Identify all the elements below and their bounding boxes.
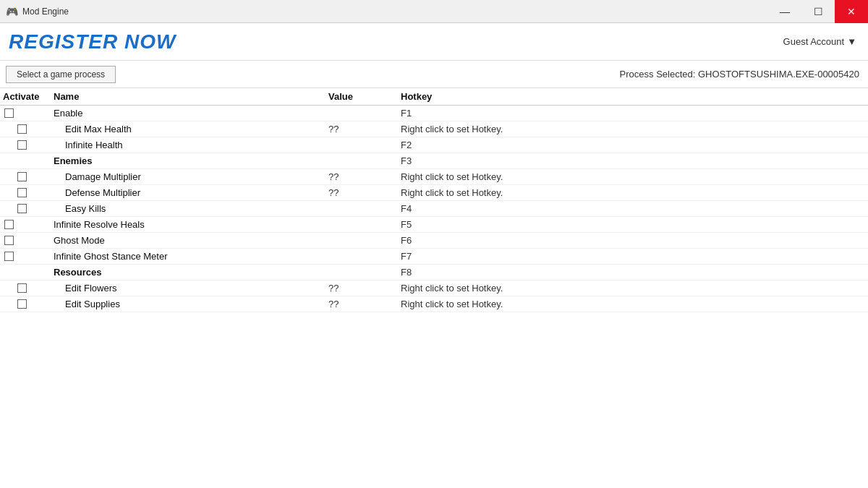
name-cell: Infinite Resolve Heals — [54, 219, 328, 230]
checkbox[interactable] — [4, 108, 14, 118]
name-cell: Ghost Mode — [54, 235, 328, 246]
top-bar: REGISTER NOW Guest Account ▼ — [0, 23, 868, 61]
activate-cell — [3, 252, 54, 261]
table-row: Ghost ModeF6 — [0, 233, 868, 249]
process-bar: Select a game process Process Selected: … — [0, 61, 868, 88]
table-row: Infinite Ghost Stance MeterF7 — [0, 249, 868, 265]
checkbox[interactable] — [17, 172, 27, 181]
activate-cell — [3, 140, 54, 150]
register-now[interactable]: REGISTER NOW — [9, 30, 176, 53]
name-cell: Enemies — [54, 155, 328, 166]
hotkey-cell: F3 — [401, 155, 868, 166]
window-icon: 🎮 — [6, 6, 18, 17]
close-button[interactable]: ✕ — [835, 0, 868, 23]
table-row: Edit Supplies??Right click to set Hotkey… — [0, 296, 868, 312]
value-cell: ?? — [328, 171, 401, 182]
hotkey-cell: F7 — [401, 251, 868, 262]
hotkey-cell: F6 — [401, 235, 868, 246]
window-title: Mod Engine — [22, 7, 69, 17]
activate-cell — [3, 283, 54, 293]
select-process-button[interactable]: Select a game process — [6, 66, 116, 83]
minimize-button[interactable]: — — [768, 0, 801, 23]
activate-cell — [3, 108, 54, 118]
checkbox[interactable] — [17, 204, 27, 213]
header-name: Name — [54, 91, 328, 102]
value-cell: ?? — [328, 283, 401, 294]
table-row: Defense Multiplier??Right click to set H… — [0, 185, 868, 201]
name-cell: Edit Supplies — [54, 299, 328, 309]
header-activate: Activate — [3, 91, 54, 102]
table-row: Edit Max Health??Right click to set Hotk… — [0, 121, 868, 137]
name-cell: Defense Multiplier — [54, 187, 328, 198]
hotkey-cell: F4 — [401, 203, 868, 214]
name-cell: Resources — [54, 267, 328, 278]
name-cell: Easy Kills — [54, 203, 328, 214]
guest-account[interactable]: Guest Account ▼ — [783, 36, 856, 47]
table-row: EnableF1 — [0, 106, 868, 121]
title-bar: 🎮 Mod Engine — ☐ ✕ — [0, 0, 868, 23]
window-controls: — ☐ ✕ — [768, 0, 868, 23]
checkbox[interactable] — [17, 188, 27, 197]
title-bar-left: 🎮 Mod Engine — [6, 6, 69, 17]
table-row: Infinite HealthF2 — [0, 137, 868, 153]
checkbox[interactable] — [4, 252, 14, 261]
hotkey-cell: F5 — [401, 219, 868, 230]
activate-cell — [3, 299, 54, 309]
checkbox[interactable] — [17, 283, 27, 293]
activate-cell — [3, 236, 54, 245]
header-hotkey: Hotkey — [401, 91, 868, 102]
activate-cell — [3, 124, 54, 134]
checkbox[interactable] — [4, 220, 14, 229]
header-value: Value — [328, 91, 401, 102]
hotkey-cell: F8 — [401, 267, 868, 278]
name-cell: Edit Flowers — [54, 283, 328, 294]
checkbox[interactable] — [4, 236, 14, 245]
checkbox[interactable] — [17, 124, 27, 134]
value-cell: ?? — [328, 124, 401, 134]
name-cell: Infinite Health — [54, 140, 328, 150]
value-cell: ?? — [328, 299, 401, 309]
activate-cell — [3, 172, 54, 181]
table-header: Activate Name Value Hotkey — [0, 88, 868, 106]
name-cell: Enable — [54, 108, 328, 119]
table-body: EnableF1Edit Max Health??Right click to … — [0, 106, 868, 312]
activate-cell — [3, 188, 54, 197]
name-cell: Edit Max Health — [54, 124, 328, 134]
hotkey-cell: F2 — [401, 140, 868, 150]
hotkey-cell[interactable]: Right click to set Hotkey. — [401, 187, 868, 198]
table-row: EnemiesF3 — [0, 153, 868, 169]
hotkey-cell[interactable]: Right click to set Hotkey. — [401, 283, 868, 294]
table-row: Damage Multiplier??Right click to set Ho… — [0, 169, 868, 185]
checkbox[interactable] — [17, 140, 27, 150]
dropdown-icon: ▼ — [847, 36, 856, 47]
main-content[interactable]: Activate Name Value Hotkey EnableF1Edit … — [0, 88, 868, 488]
hotkey-cell[interactable]: Right click to set Hotkey. — [401, 171, 868, 182]
table-row: ResourcesF8 — [0, 265, 868, 281]
hotkey-cell: F1 — [401, 108, 868, 119]
table-row: Infinite Resolve HealsF5 — [0, 217, 868, 233]
table-row: Edit Flowers??Right click to set Hotkey. — [0, 281, 868, 296]
maximize-button[interactable]: ☐ — [801, 0, 835, 23]
activate-cell — [3, 204, 54, 213]
process-selected: Process Selected: GHOSTOFTSUSHIMA.EXE-00… — [620, 69, 859, 80]
hotkey-cell[interactable]: Right click to set Hotkey. — [401, 299, 868, 309]
activate-cell — [3, 220, 54, 229]
name-cell: Damage Multiplier — [54, 171, 328, 182]
hotkey-cell[interactable]: Right click to set Hotkey. — [401, 124, 868, 134]
guest-account-label: Guest Account — [783, 36, 845, 47]
checkbox[interactable] — [17, 299, 27, 309]
table-row: Easy KillsF4 — [0, 201, 868, 217]
name-cell: Infinite Ghost Stance Meter — [54, 251, 328, 262]
value-cell: ?? — [328, 187, 401, 198]
